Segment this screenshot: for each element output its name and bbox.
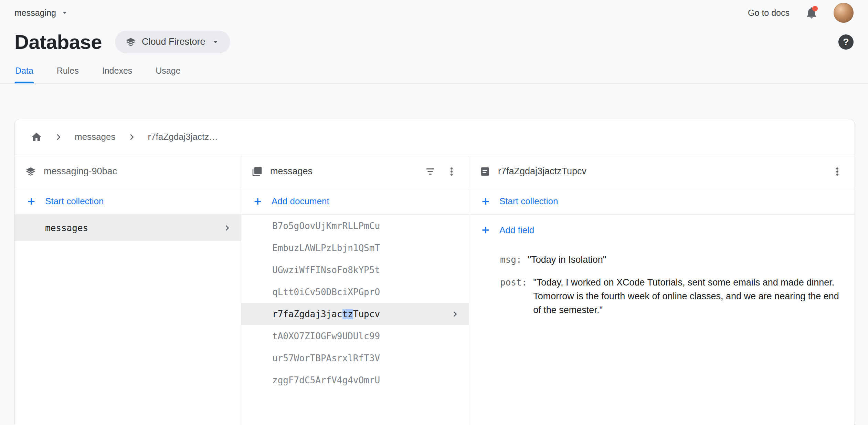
help-button[interactable]: ?: [838, 34, 854, 50]
project-name: messaging: [14, 8, 56, 18]
field-key: post: [500, 276, 527, 289]
chevron-right-icon: [127, 132, 137, 142]
tab-usage[interactable]: Usage: [155, 64, 181, 83]
document-row[interactable]: r7faZgdaj3jactzTupcv: [241, 303, 469, 325]
field-value: "Today, I worked on XCode Tutorials, sen…: [533, 276, 841, 317]
panels: messaging-90bac Start collection message…: [15, 155, 855, 425]
project-selector[interactable]: messaging: [14, 8, 69, 18]
plus-icon: [26, 196, 37, 207]
product-selector-label: Cloud Firestore: [142, 37, 205, 47]
document-row[interactable]: EmbuzLAWLPzLbjn1QSmT: [241, 237, 469, 259]
document-icon: [479, 166, 490, 177]
field-list: msg"Today in Isolation"post"Today, I wor…: [469, 245, 855, 326]
chevron-down-icon: [211, 38, 220, 46]
chevron-right-icon: [450, 309, 460, 319]
breadcrumb-collection[interactable]: messages: [75, 132, 116, 142]
firestore-icon: [125, 37, 136, 48]
collection-title: messages: [270, 166, 416, 177]
add-document-label: Add document: [272, 196, 329, 207]
collection-row[interactable]: messages: [15, 215, 241, 241]
chevron-right-icon: [222, 223, 232, 233]
breadcrumb-document: r7faZgdaj3jactz…: [148, 132, 218, 142]
topbar-right: Go to docs: [748, 3, 854, 23]
plus-icon: [480, 196, 491, 207]
breadcrumb: messages r7faZgdaj3jactz…: [15, 119, 855, 155]
firestore-icon: [25, 166, 36, 177]
text-selection: tz: [342, 309, 353, 319]
start-collection-label: Start collection: [499, 196, 558, 207]
collection-name: messages: [45, 223, 88, 233]
field-row[interactable]: msg"Today in Isolation": [500, 253, 841, 267]
document-row[interactable]: zggF7dC5ArfV4g4vOmrU: [241, 369, 469, 391]
tab-indexes[interactable]: Indexes: [102, 64, 133, 83]
document-id: qLtt0iCv50DBciXPGprO: [272, 287, 380, 297]
document-panel: r7faZgdaj3jactzTupcv Start collection Ad…: [469, 155, 855, 425]
document-row[interactable]: qLtt0iCv50DBciXPGprO: [241, 281, 469, 303]
document-row[interactable]: tA0XO7ZIOGFw9UDUlc99: [241, 325, 469, 347]
home-icon[interactable]: [31, 131, 42, 143]
document-row[interactable]: B7o5gOovUjKmrRLLPmCu: [241, 215, 469, 237]
add-document-button[interactable]: Add document: [241, 188, 469, 215]
chevron-down-icon: [60, 8, 69, 17]
collection-icon: [252, 166, 263, 177]
tab-data[interactable]: Data: [14, 64, 34, 83]
page-header: Database Cloud Firestore ?: [0, 25, 868, 53]
chevron-right-icon: [53, 132, 64, 142]
document-panel-header: r7faZgdaj3jactzTupcv: [469, 155, 855, 188]
document-row[interactable]: UGwziWfFINsoFo8kYP5t: [241, 259, 469, 281]
root-panel: messaging-90bac Start collection message…: [15, 155, 241, 425]
document-row[interactable]: ur57WorTBPAsrxlRfT3V: [241, 347, 469, 369]
field-row[interactable]: post"Today, I worked on XCode Tutorials,…: [500, 276, 841, 317]
field-key: msg: [500, 253, 522, 267]
tab-rules[interactable]: Rules: [56, 64, 80, 83]
kebab-menu-icon[interactable]: [830, 165, 844, 178]
database-name: messaging-90bac: [44, 166, 231, 177]
start-collection-button[interactable]: Start collection: [15, 188, 241, 215]
plus-icon: [480, 225, 491, 236]
add-field-button[interactable]: Add field: [469, 215, 855, 245]
document-id: tA0XO7ZIOGFw9UDUlc99: [272, 331, 380, 341]
avatar[interactable]: [834, 3, 854, 23]
add-field-label: Add field: [499, 225, 534, 236]
field-value: "Today in Isolation": [528, 253, 606, 267]
collection-panel: messages Add document B7o5gOovUjKmrRLLPm…: [241, 155, 469, 425]
collection-panel-header: messages: [241, 155, 469, 188]
notifications-button[interactable]: [805, 6, 818, 20]
document-id: zggF7dC5ArfV4g4vOmrU: [272, 375, 380, 385]
notification-badge: [812, 6, 818, 11]
page-title: Database: [14, 30, 102, 53]
document-id: ur57WorTBPAsrxlRfT3V: [272, 353, 380, 363]
document-id: r7faZgdaj3jactzTupcv: [272, 309, 380, 319]
document-id: UGwziWfFINsoFo8kYP5t: [272, 265, 380, 275]
document-title: r7faZgdaj3jactzTupcv: [498, 166, 823, 177]
root-panel-header: messaging-90bac: [15, 155, 241, 188]
firestore-data-card: messages r7faZgdaj3jactz… messaging-90ba…: [14, 119, 855, 425]
topbar: messaging Go to docs: [0, 0, 868, 25]
tab-bar: Data Rules Indexes Usage: [0, 64, 868, 84]
document-id: EmbuzLAWLPzLbjn1QSmT: [272, 243, 380, 253]
filter-button[interactable]: [423, 165, 437, 178]
start-collection-button[interactable]: Start collection: [469, 188, 855, 215]
product-selector[interactable]: Cloud Firestore: [115, 31, 230, 53]
go-to-docs-link[interactable]: Go to docs: [748, 8, 790, 18]
document-id: B7o5gOovUjKmrRLLPmCu: [272, 221, 380, 231]
start-collection-label: Start collection: [45, 196, 104, 207]
plus-icon: [252, 196, 263, 207]
kebab-menu-icon[interactable]: [445, 165, 458, 178]
document-list: B7o5gOovUjKmrRLLPmCuEmbuzLAWLPzLbjn1QSmT…: [241, 215, 469, 391]
